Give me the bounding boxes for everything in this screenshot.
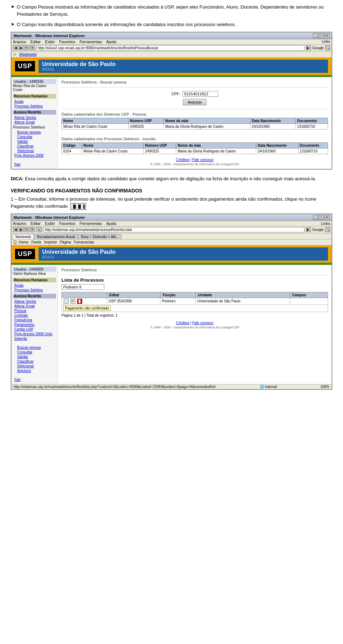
sidebar-processo-seletivo-2[interactable]: Processo Seletivo (13, 288, 56, 292)
address-bar-1[interactable]: http://sirius2.usp.recad.usp.br:8080/mar… (36, 45, 304, 51)
sidebar-pessoa-2[interactable]: Pessoa (13, 308, 56, 313)
sidebar-prog-1[interactable]: Prog.Acesso 2008 (13, 153, 56, 158)
sidebar-ajuda-2[interactable]: Ajuda (13, 283, 56, 288)
filter-input-2[interactable] (61, 284, 104, 290)
sidebar-alterar-email-2[interactable]: Alterar Email (13, 304, 56, 308)
go-btn-1[interactable]: ▶ (306, 45, 311, 50)
menu-editar-2[interactable]: Editar (30, 221, 41, 226)
th-funcao: Função (160, 292, 195, 298)
dica-label: DICA: (11, 176, 24, 181)
sidebar-consultar-1[interactable]: Consultar (13, 135, 56, 139)
sidebar-ajuda-1[interactable]: Ajuda (13, 99, 56, 104)
sidebar-processo-seletivo-1[interactable]: Processo Seletivo (13, 104, 56, 109)
refresh-btn-1[interactable]: ↻ (24, 45, 29, 50)
avancar-button-1[interactable]: Avançar (183, 99, 207, 105)
menu-arquivo-2[interactable]: Arquivo (13, 221, 26, 226)
close-btn-2[interactable]: ✕ (324, 215, 329, 220)
ferramentas-btn-2[interactable]: Ferramentas (74, 240, 94, 244)
search-btn-1[interactable]: 🔍 (325, 45, 330, 50)
sidebar-prog2008-2[interactable]: Prog.Acesso 2008 Unid. (13, 332, 56, 336)
links-label-2: Links (321, 221, 330, 226)
main-content-1: Processos Seletivos - Buscar pessoa CPF:… (58, 77, 332, 169)
th-numusp-1: Número USP (128, 118, 164, 124)
sidebar-validar2-2[interactable]: Validar (13, 354, 56, 359)
back-btn-1[interactable]: ◀ (13, 45, 18, 50)
menu-favoritos-2[interactable]: Favoritos (59, 221, 75, 226)
minimize-btn-1[interactable]: _ (313, 33, 318, 38)
th2-nasc: Data Nascimento (256, 142, 298, 148)
sidebar-validar-1[interactable]: Validar (13, 139, 56, 144)
sidebar-alterar-senha-2[interactable]: Alterar Senha (13, 299, 56, 304)
cpf-input-1[interactable] (183, 91, 218, 97)
tab-marteweb-2[interactable]: Marteweb (13, 234, 34, 239)
search-btn-2[interactable]: 🔍 (325, 227, 330, 232)
creditos-link-1[interactable]: Créditos (176, 158, 189, 162)
maximize-btn-2[interactable]: □ (319, 215, 324, 220)
star-icon-1: ☆ (13, 52, 16, 57)
doc-icon[interactable]: 📄 (64, 299, 69, 304)
footer-copy-2: © 1999 - 2008 - Departamento de Informát… (61, 326, 328, 329)
footer-links-1[interactable]: Créditos | Fale conosco (61, 158, 328, 162)
creditos-link-2[interactable]: Créditos (176, 321, 189, 325)
sidebar-buscar-1[interactable]: Buscar pessoa (13, 130, 56, 135)
bullet-text-2: O Campo Inscrito disponibilizará somente… (17, 21, 236, 28)
sidebar-2: Usuário - 2445900 Valmir Barbosa Silva R… (11, 265, 58, 384)
browser-controls-2: _ □ ✕ (313, 215, 329, 220)
sidebar-classificar-1[interactable]: Classificar (13, 144, 56, 149)
imprimir-icon-2[interactable]: Imprimir (44, 240, 57, 244)
fale-link-1[interactable]: Fale conosco (192, 158, 213, 162)
table2-1: Código Nome Número USP Nome da mãe Data … (61, 142, 328, 154)
forward-btn-2[interactable]: ▶ (19, 227, 24, 232)
refresh-btn-2[interactable]: ↻ (24, 227, 29, 232)
edit-icon[interactable]: ✏ (70, 299, 75, 304)
sidebar-alterar-email-1[interactable]: Alterar Email (13, 120, 56, 125)
tab-recadastramento-2[interactable]: Recadastramento Anual (34, 234, 78, 239)
menu-ajuda-2[interactable]: Ajuda (106, 221, 116, 226)
menu-ajuda-1[interactable]: Ajuda (106, 40, 116, 44)
tab-sony-2[interactable]: Sony + Diversão = Alb... (78, 234, 121, 239)
favbar-item-1[interactable]: Marteweb (19, 52, 36, 56)
sidebar-selecao-2[interactable]: Seleção (13, 336, 56, 341)
sidebar-consultar2-2[interactable]: Consultar (13, 350, 56, 354)
go-btn-2[interactable]: ▶ (306, 227, 311, 232)
sidebar-contrato-2[interactable]: Contrato (13, 313, 56, 318)
forward-btn-1[interactable]: ▶ (19, 45, 24, 50)
fale-link-2[interactable]: Fale conosco (192, 321, 213, 325)
sidebar-buscar2-2[interactable]: Buscar pessoa (13, 345, 56, 350)
bullet-1: ➤ O Campo Pessoa mostrará as informações… (11, 4, 332, 17)
menu-arquivo-1[interactable]: Arquivo (13, 40, 26, 44)
stop-btn-1[interactable]: ✕ (30, 45, 35, 50)
stop-btn-2[interactable]: ✕ (30, 227, 35, 232)
sidebar-classificar2-2[interactable]: Classificar (13, 359, 56, 364)
payment-notconfirmed-icon[interactable]: ▐▌ (77, 299, 82, 304)
pagina-btn-2[interactable]: Página (60, 240, 71, 244)
sidebar-arquivos-2[interactable]: Arquivos (13, 368, 56, 373)
sidebar-pagamentos-2[interactable]: Pagamentos (13, 322, 56, 327)
sidebar-cartao-2[interactable]: Cartão USP (13, 327, 56, 332)
menu-exibir-2[interactable]: Exibir (45, 221, 55, 226)
sidebar-frequencia-2[interactable]: Frequência (13, 318, 56, 322)
minimize-btn-2[interactable]: _ (313, 215, 318, 220)
menu-ferramentas-1[interactable]: Ferramentas (80, 40, 102, 44)
tooltip-row: Pagamento não confirmado (62, 305, 328, 312)
internet-zone-icon: 🌐 (260, 385, 264, 389)
sidebar-alterar-senha-1[interactable]: Alterar Senha (13, 115, 56, 120)
browser-menubar-2: Arquivo Editar Exibir Favoritos Ferramen… (11, 221, 332, 226)
back-btn-2[interactable]: ◀ (13, 227, 18, 232)
sidebar-sair-1[interactable]: Sair (13, 162, 56, 167)
close-btn-1[interactable]: ✕ (324, 33, 329, 38)
menu-favoritos-1[interactable]: Favoritos (59, 40, 75, 44)
sidebar-sair-2[interactable]: Sair (13, 377, 56, 382)
menu-ferramentas-2[interactable]: Ferramentas (80, 221, 102, 226)
home-icon-2[interactable]: 🏠 Home (13, 240, 29, 245)
menu-exibir-1[interactable]: Exibir (45, 40, 55, 44)
feeds-icon-2[interactable]: Feeds (31, 240, 41, 244)
sidebar-selecionar2-2[interactable]: Selecionar (13, 364, 56, 368)
maximize-btn-1[interactable]: □ (319, 33, 324, 38)
bullet-2: ➤ O Campo Inscrito disponibilizará somen… (11, 21, 332, 28)
page-layout-1: Usuário - 2490335 Mirian Rita de Castro … (11, 77, 332, 169)
address-bar-2[interactable]: http://sistemas.usp.br/marteweb/processo… (44, 227, 304, 232)
dica-section: DICA: Essa consulta ajuda a corrigir dad… (11, 175, 332, 182)
menu-editar-1[interactable]: Editar (30, 40, 41, 44)
sidebar-selecionar-1[interactable]: Selecionar (13, 149, 56, 153)
